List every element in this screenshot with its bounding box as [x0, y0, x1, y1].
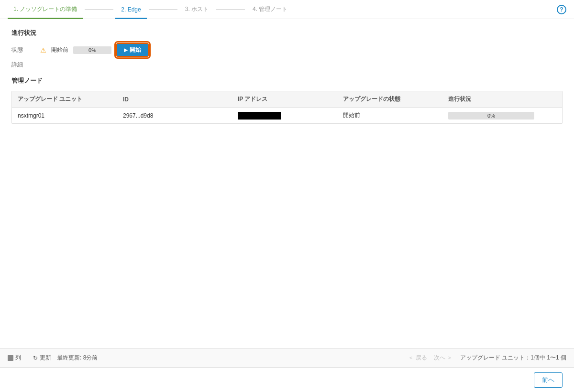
ip-redacted: [238, 112, 281, 120]
refresh-control[interactable]: ↻ 更新: [33, 354, 51, 362]
play-icon: ▶: [124, 47, 128, 53]
back-button[interactable]: ＜ 戻る: [406, 353, 429, 363]
col-header-progress: 進行状況: [442, 91, 562, 108]
step2-label: 2. Edge: [115, 0, 146, 19]
step3-underline: [179, 18, 214, 19]
step1-underline: [8, 18, 83, 19]
col-header-status: アップグレードの状態: [337, 91, 442, 108]
table-body: nsxtmgr01 2967...d9d8 開始前 0%: [12, 108, 562, 124]
row-progress-text: 0%: [487, 113, 495, 119]
wizard-step-2[interactable]: 2. Edge: [115, 0, 146, 19]
footer-nav: ＜ 戻る 次へ ＞: [406, 353, 454, 363]
footer-left: 列 ↻ 更新 最終更新: 8分前: [8, 354, 98, 362]
step-divider-2: [149, 9, 177, 10]
status-row: 状態 ⚠ 開始前 0% ▶ 開始: [11, 43, 563, 57]
footer-right: ＜ 戻る 次へ ＞ アップグレード ユニット：1個中 1〜1 個: [406, 353, 566, 363]
refresh-label: 更新: [40, 354, 51, 362]
help-icon[interactable]: ?: [557, 5, 566, 14]
step-divider-1: [85, 9, 113, 10]
columns-control[interactable]: 列: [8, 354, 21, 362]
cell-upgrade-unit: nsxtmgr01: [12, 108, 117, 124]
wizard-step-3[interactable]: 3. ホスト: [179, 0, 214, 19]
col-header-ip: IP アドレス: [232, 91, 337, 108]
detail-row: 詳細: [11, 61, 563, 69]
prev-button[interactable]: 前へ: [534, 372, 563, 388]
status-text: 開始前: [51, 46, 68, 54]
bottom-bar: 前へ: [0, 367, 574, 392]
pagination-label: アップグレード ユニット：1個中 1〜1 個: [460, 354, 566, 362]
table-row: nsxtmgr01 2967...d9d8 開始前 0%: [12, 108, 562, 124]
step3-label: 3. ホスト: [179, 0, 214, 19]
header-progress-text: 0%: [88, 47, 96, 53]
detail-label: 詳細: [11, 61, 40, 69]
cell-id: 2967...d9d8: [117, 108, 232, 124]
mgmt-table-wrapper: アップグレード ユニット ID IP アドレス アップグレードの状態 進行状況 …: [11, 91, 563, 124]
row-progress-bar: 0%: [448, 112, 534, 120]
mgmt-table: アップグレード ユニット ID IP アドレス アップグレードの状態 進行状況 …: [12, 91, 562, 123]
footer-divider-1: [27, 354, 27, 362]
wizard-step-1[interactable]: 1. ノッソグレートの準備: [8, 0, 83, 19]
wizard-step-4[interactable]: 4. 管理ノート: [247, 0, 293, 19]
col-header-id: ID: [117, 91, 232, 108]
next-button[interactable]: 次へ ＞: [432, 353, 454, 363]
step-divider-3: [216, 9, 245, 10]
columns-label: 列: [15, 354, 21, 362]
cell-status: 開始前: [337, 108, 442, 124]
warning-icon: ⚠: [40, 46, 46, 54]
start-button-label: 開始: [130, 46, 141, 54]
mgmt-section-title: 管理ノード: [11, 76, 563, 85]
step4-label: 4. 管理ノート: [247, 0, 293, 19]
progress-section-title: 進行状況: [11, 29, 563, 37]
col-header-upgrade-unit: アップグレード ユニット: [12, 91, 117, 108]
header-progress-bar: 0%: [73, 46, 111, 54]
header-row: アップグレード ユニット ID IP アドレス アップグレードの状態 進行状況: [12, 91, 562, 108]
step4-underline: [247, 18, 293, 19]
cell-ip: [232, 108, 337, 124]
step1-label: 1. ノッソグレートの準備: [8, 0, 83, 19]
wizard-steps: 1. ノッソグレートの準備 2. Edge 3. ホスト 4. 管理ノート ?: [0, 0, 574, 19]
management-node-section: 管理ノード アップグレード ユニット ID IP アドレス アップグレードの状態…: [11, 76, 563, 124]
footer: 列 ↻ 更新 最終更新: 8分前 ＜ 戻る 次へ ＞ アップグレード ユニット：…: [0, 348, 574, 367]
status-label: 状態: [11, 46, 40, 54]
table-header: アップグレード ユニット ID IP アドレス アップグレードの状態 進行状況: [12, 91, 562, 108]
cell-progress: 0%: [442, 108, 562, 124]
columns-icon: [8, 355, 13, 361]
start-button[interactable]: ▶ 開始: [116, 43, 149, 57]
step2-underline: [115, 18, 146, 19]
status-value-group: ⚠ 開始前 0% ▶ 開始: [40, 43, 149, 57]
last-updated-label: 最終更新: 8分前: [57, 354, 98, 362]
refresh-icon: ↻: [33, 355, 38, 361]
main-content: 進行状況 状態 ⚠ 開始前 0% ▶ 開始 詳細 管理ノード アップグレード ユ: [0, 19, 574, 348]
